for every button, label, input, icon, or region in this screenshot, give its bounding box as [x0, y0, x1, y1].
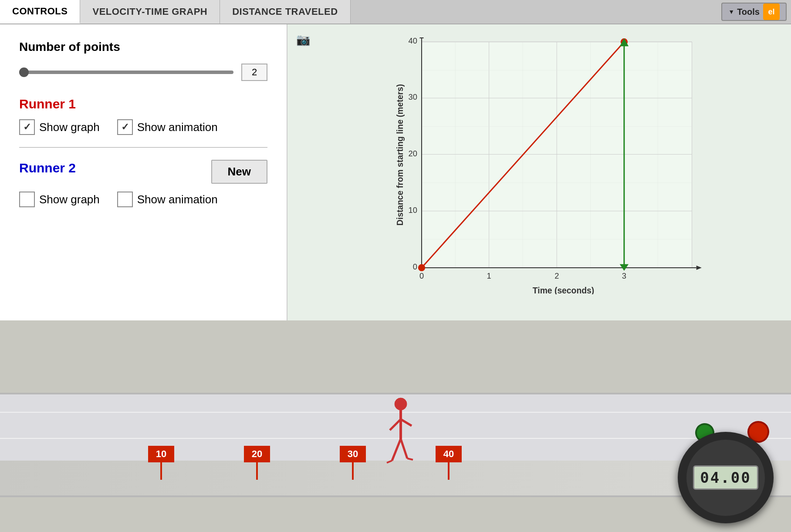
- svg-text:3: 3: [622, 271, 626, 280]
- svg-line-45: [401, 439, 407, 458]
- runner2-show-graph-box[interactable]: [19, 192, 35, 207]
- tab-distance[interactable]: DISTANCE TRAVELED: [220, 0, 350, 24]
- runner2-show-animation-box[interactable]: [117, 192, 133, 207]
- chevron-down-icon: ▼: [728, 8, 734, 15]
- points-slider-track[interactable]: [19, 71, 233, 74]
- main-area: Number of points 2 Runner 1 Show graph S…: [0, 24, 791, 320]
- slider-row: 2: [19, 64, 267, 81]
- marker-40: 40: [436, 446, 462, 480]
- marker-30-post: [352, 462, 354, 480]
- svg-point-36: [418, 264, 425, 271]
- marker-20: 20: [244, 446, 270, 480]
- svg-text:2: 2: [554, 271, 559, 280]
- svg-line-46: [387, 461, 392, 463]
- svg-text:0: 0: [413, 262, 417, 271]
- new-button[interactable]: New: [211, 160, 267, 184]
- stopwatch-display: 04.00: [693, 465, 758, 490]
- runner2-label: Runner 2: [19, 161, 76, 175]
- marker-20-post: [256, 462, 258, 480]
- svg-point-40: [395, 398, 407, 410]
- svg-line-47: [407, 458, 413, 460]
- runner1-show-graph-box[interactable]: [19, 119, 35, 135]
- points-slider-value: 2: [241, 64, 267, 81]
- marker-10-post: [160, 462, 162, 480]
- marker-10: 10: [148, 446, 174, 480]
- marker-40-post: [448, 462, 450, 480]
- marker-20-box: 20: [244, 446, 270, 462]
- svg-text:30: 30: [408, 92, 417, 101]
- distance-graph[interactable]: 0 1 2 3 0 10 20 30 40 Time (seconds) Dis…: [318, 37, 782, 294]
- runner1-checkbox-row: Show graph Show animation: [19, 119, 267, 135]
- runner2-show-graph-checkbox[interactable]: Show graph: [19, 192, 100, 207]
- stopwatch-inner: 04.00: [686, 440, 765, 516]
- marker-30: 30: [340, 446, 366, 480]
- svg-line-43: [401, 419, 412, 426]
- tab-velocity[interactable]: VELOCITY-TIME GRAPH: [80, 0, 220, 24]
- runner2-checkbox-row: Show graph Show animation: [19, 192, 267, 207]
- tools-button[interactable]: ▼ Tools el: [721, 3, 787, 21]
- svg-line-42: [390, 419, 401, 430]
- svg-text:20: 20: [408, 149, 417, 158]
- controls-panel: Number of points 2 Runner 1 Show graph S…: [0, 24, 287, 320]
- marker-40-box: 40: [436, 446, 462, 462]
- stopwatch: 04.00: [678, 419, 774, 523]
- tab-controls[interactable]: CONTROLS: [0, 0, 80, 24]
- runner1-show-animation-box[interactable]: [117, 119, 133, 135]
- runner1-show-animation-checkbox[interactable]: Show animation: [117, 119, 218, 135]
- svg-text:Distance from starting line (m: Distance from starting line (meters): [396, 84, 405, 226]
- svg-line-44: [392, 439, 401, 461]
- svg-marker-22: [419, 37, 424, 38]
- camera-button[interactable]: 📷: [296, 33, 310, 47]
- points-slider-thumb[interactable]: [19, 67, 29, 77]
- stopwatch-body: 04.00: [678, 432, 774, 523]
- svg-text:Time (seconds): Time (seconds): [533, 286, 594, 294]
- num-points-label: Number of points: [19, 40, 267, 54]
- svg-text:10: 10: [408, 205, 417, 215]
- runner1-show-graph-checkbox[interactable]: Show graph: [19, 119, 100, 135]
- runner-figure: [383, 395, 418, 475]
- separator: [19, 147, 267, 148]
- svg-text:1: 1: [487, 271, 491, 280]
- marker-10-box: 10: [148, 446, 174, 462]
- svg-marker-20: [696, 266, 702, 270]
- runner2-section: Runner 2 New: [19, 160, 267, 184]
- marker-30-box: 30: [340, 446, 366, 462]
- graph-area: 📷: [287, 24, 791, 320]
- animation-area: 10 20 30 40: [0, 320, 791, 532]
- svg-text:40: 40: [408, 37, 417, 45]
- svg-text:0: 0: [419, 271, 424, 280]
- runner2-show-animation-checkbox[interactable]: Show animation: [117, 192, 218, 207]
- tools-logo: el: [763, 3, 780, 20]
- tab-bar: CONTROLS VELOCITY-TIME GRAPH DISTANCE TR…: [0, 0, 791, 24]
- runner1-label: Runner 1: [19, 97, 267, 111]
